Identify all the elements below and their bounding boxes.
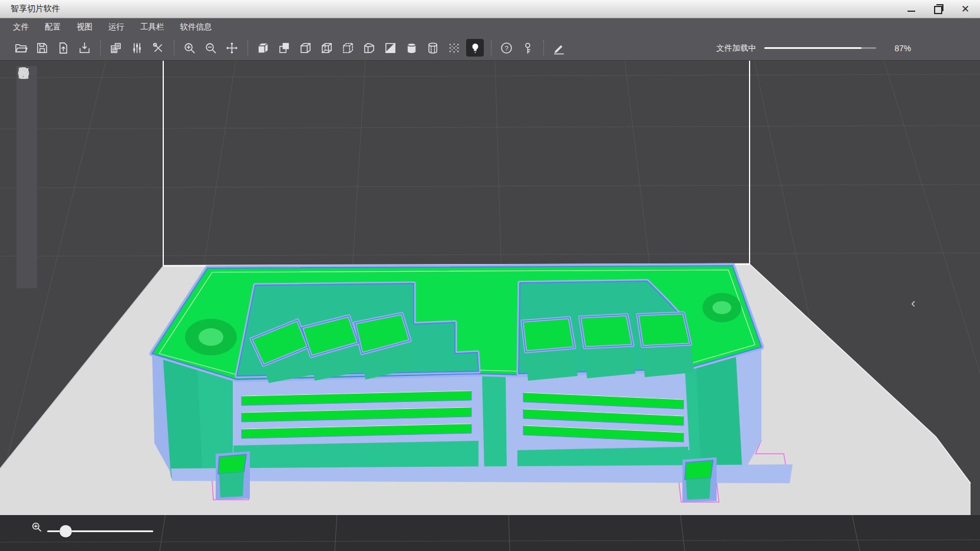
zoom-in-icon (31, 521, 42, 533)
toolbar-separator (543, 40, 544, 55)
rotate-view-button[interactable] (18, 166, 36, 185)
screw-boss-right (702, 293, 741, 322)
view-perspective-icon (299, 41, 312, 55)
title-bar: 智享切片软件 ✕ (0, 0, 980, 18)
zoom-in-icon[interactable] (157, 524, 170, 537)
view-xray-button[interactable] (339, 39, 357, 57)
right-panel-toggle[interactable]: ‹ (911, 297, 915, 310)
printer-config-button[interactable] (107, 39, 124, 57)
zoom-slider-track[interactable] (47, 530, 153, 532)
view-cylinder-icon (405, 41, 418, 55)
model-info-button[interactable] (18, 243, 36, 263)
progress-fill (764, 47, 862, 49)
license-key-button[interactable] (519, 39, 536, 57)
add-model-button[interactable] (18, 107, 36, 127)
support-edit-icon (17, 66, 31, 80)
restore-button[interactable] (932, 3, 945, 16)
close-button[interactable]: ✕ (959, 3, 972, 16)
undo-button[interactable] (18, 88, 36, 107)
view-cylinder-wire-button[interactable] (424, 39, 441, 57)
view-section-icon (384, 41, 397, 55)
view-xray-icon (341, 41, 355, 55)
toolbar-separator (174, 40, 174, 55)
menu-item-2[interactable]: 视图 (77, 22, 93, 32)
open-file-button[interactable] (12, 39, 29, 57)
view-solid-icon (256, 41, 270, 55)
minimize-button[interactable] (905, 3, 918, 16)
scene-canvas[interactable] (0, 61, 980, 551)
app-window: { "window": { "title": "智享切片软件", "contro… (0, 0, 980, 551)
progress-label: 文件加载中 (717, 43, 757, 54)
model-center-rib (482, 374, 507, 475)
zoom-in-button[interactable] (180, 39, 198, 57)
toolbar: ? 文件加载中 87% (0, 35, 980, 61)
toolbar-separator (100, 40, 101, 55)
pan-hand-button[interactable] (18, 146, 36, 166)
help-button[interactable]: ? (497, 39, 515, 57)
save-file-button[interactable] (33, 39, 51, 57)
machine-tools-icon (151, 41, 165, 55)
model-foot-right (682, 457, 717, 502)
view-overhang-button[interactable] (275, 39, 293, 57)
menu-item-4[interactable]: 工具栏 (140, 22, 164, 32)
delete-model-button[interactable] (18, 127, 36, 146)
toolbar-separator (248, 40, 248, 55)
svg-text:?: ? (504, 44, 508, 51)
select-cursor-button[interactable] (18, 224, 36, 243)
view-section-button[interactable] (381, 39, 399, 57)
move-view-icon (225, 41, 239, 55)
annotate-pen-button[interactable] (550, 39, 567, 57)
parameter-settings-button[interactable] (128, 39, 146, 57)
menu-bar: 文件配置视图运行工具栏软件信息 (0, 18, 980, 35)
view-perspective-button[interactable] (296, 39, 314, 57)
model-foot-left (216, 451, 250, 500)
view-cylinder-wire-icon (426, 41, 440, 55)
view-point-cloud-button[interactable] (445, 39, 463, 57)
minimize-icon (908, 11, 915, 12)
model-right-wall (695, 348, 744, 476)
view-wireframe-icon (320, 41, 334, 55)
view-solid-button[interactable] (254, 39, 272, 57)
save-file-icon (35, 41, 49, 55)
support-edit-button[interactable] (18, 263, 36, 282)
screw-boss-left (185, 319, 237, 355)
menu-item-1[interactable]: 配置 (45, 22, 61, 32)
parameter-settings-icon (130, 41, 144, 55)
license-key-icon (521, 41, 534, 55)
import-model-button[interactable] (54, 39, 72, 57)
model-3d[interactable] (152, 266, 793, 502)
zoom-control (31, 521, 172, 541)
open-file-icon (14, 41, 28, 55)
export-model-button[interactable] (75, 39, 93, 57)
progress-bar (764, 47, 876, 49)
side-toolbar (17, 66, 37, 288)
annotate-pen-icon (552, 41, 566, 55)
light-toggle-button[interactable] (466, 39, 484, 57)
menu-item-0[interactable]: 文件 (13, 22, 29, 32)
machine-tools-button[interactable] (149, 39, 167, 57)
viewport-3d[interactable]: ‹ (0, 61, 980, 551)
printer-config-icon (109, 41, 123, 55)
file-loading-progress: 文件加载中 87% (709, 35, 980, 61)
restore-icon (934, 6, 942, 14)
progress-percent: 87% (895, 44, 911, 53)
view-wireframe-button[interactable] (318, 39, 335, 57)
zoom-in-icon (183, 41, 196, 55)
import-model-icon (57, 41, 70, 55)
toolbar-separator (491, 40, 491, 55)
move-view-button[interactable] (223, 39, 240, 57)
help-icon: ? (500, 41, 513, 55)
zoom-out-icon (204, 41, 217, 55)
menu-item-3[interactable]: 运行 (108, 22, 124, 32)
view-open-box-button[interactable] (360, 39, 378, 57)
mirror-model-button[interactable] (18, 185, 36, 204)
zoom-slider-handle[interactable] (60, 525, 72, 537)
pillars-right (522, 313, 694, 381)
menu-item-5[interactable]: 软件信息 (180, 22, 212, 32)
zoom-out-button[interactable] (202, 39, 219, 57)
view-cylinder-button[interactable] (402, 39, 420, 57)
view-point-cloud-icon (447, 41, 461, 55)
scale-model-button[interactable] (18, 204, 36, 224)
window-title: 智享切片软件 (11, 4, 60, 14)
view-overhang-icon (278, 41, 291, 55)
